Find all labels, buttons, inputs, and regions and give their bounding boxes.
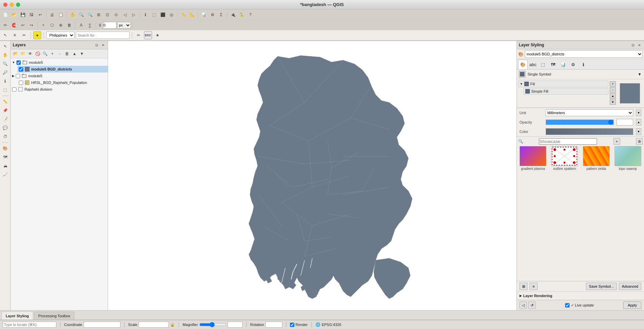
label-btn[interactable]: A xyxy=(77,21,85,29)
layers-down-btn[interactable]: ▼ xyxy=(79,50,85,57)
measure-btn[interactable]: 📏 xyxy=(179,11,187,19)
layer-hrsl[interactable]: R HRSL_BGD_Rajshahi_Population xyxy=(17,79,108,86)
relief-tool[interactable]: ⛰ xyxy=(1,162,9,170)
pan-tool[interactable]: ✋ xyxy=(1,51,9,59)
rotation-input[interactable]: 0,0 ° xyxy=(265,322,282,328)
unit-value-select[interactable]: Millimeters Pixels Points xyxy=(546,109,633,116)
layer-group-module5-checkbox[interactable] xyxy=(16,60,21,65)
field-calc-btn[interactable]: ∑ xyxy=(86,21,94,29)
apply-btn[interactable]: Apply xyxy=(623,301,641,309)
tab-diagram[interactable]: 📊 xyxy=(558,60,568,69)
select3-btn[interactable]: ◎ xyxy=(167,11,176,19)
print2-btn[interactable]: 📋 xyxy=(57,11,65,19)
opacity-slider[interactable] xyxy=(546,120,614,125)
close-button[interactable] xyxy=(3,3,7,7)
bgd-districts-checkbox[interactable] xyxy=(19,67,23,72)
location-search-input[interactable] xyxy=(76,32,130,39)
unit-dropdown-btn[interactable]: ▼ xyxy=(636,109,641,116)
measure-tool[interactable]: 📏 xyxy=(1,98,9,106)
layer-group-module5-2[interactable]: ▶ module5 xyxy=(11,73,108,79)
save-as-btn[interactable]: 🖫 xyxy=(28,11,36,19)
star-btn[interactable]: ★ xyxy=(153,31,161,39)
print-btn[interactable]: 🖨 xyxy=(48,11,56,19)
fill-remove-btn[interactable]: - xyxy=(610,87,616,93)
color-dropdown-btn[interactable]: ▼ xyxy=(636,128,641,135)
layer-group-module5[interactable]: ▼ module5 xyxy=(11,59,108,66)
layers-group-btn[interactable]: 📁 xyxy=(19,50,26,57)
tab-rendering[interactable]: ⚙ xyxy=(568,60,578,69)
zoom-in-btn[interactable]: 🔍 xyxy=(77,11,85,19)
undo-btn[interactable]: ↩ xyxy=(19,21,27,29)
help-btn[interactable]: ? xyxy=(246,11,254,19)
live-update-checkbox[interactable] xyxy=(565,303,569,308)
style-tool[interactable]: 🎨 xyxy=(1,144,9,152)
size-input[interactable] xyxy=(103,22,116,29)
profile-tool[interactable]: 📈 xyxy=(1,171,9,179)
zoom-next-btn[interactable]: ▷ xyxy=(130,11,138,19)
layers-resize-btn[interactable]: ⊡ xyxy=(94,42,99,48)
tab-metadata[interactable]: ℹ xyxy=(579,60,588,69)
action-refresh-btn[interactable]: ↺ xyxy=(528,301,536,309)
layers-show-all-btn[interactable]: 👁 xyxy=(27,50,34,57)
select-rect-tool[interactable]: ⬚ xyxy=(1,86,9,94)
layers-filter-btn[interactable]: 🔍 xyxy=(42,50,48,57)
layers-hide-all-btn[interactable]: 🚫 xyxy=(34,50,41,57)
move-btn[interactable]: ⊕ xyxy=(57,21,65,29)
window-controls[interactable] xyxy=(3,3,20,7)
edit-btn[interactable]: ✏ xyxy=(1,21,9,29)
tab-label[interactable]: abc xyxy=(528,60,538,69)
unit-select[interactable]: px mm xyxy=(117,22,131,29)
fill-row[interactable]: ▼ Fill xyxy=(518,81,608,87)
layer-bgd-districts[interactable]: module5 BGD_districts xyxy=(17,66,108,73)
python-btn[interactable]: 🐍 xyxy=(238,11,246,19)
identify-tool[interactable]: ℹ xyxy=(1,77,9,85)
digitize2-btn[interactable]: ✏ xyxy=(135,31,143,39)
styling-close-btn[interactable]: ✕ xyxy=(637,42,642,48)
showcase-item-gradient-plasma[interactable]: gradient plasma xyxy=(518,146,548,171)
highlight-btn[interactable]: ● xyxy=(33,31,41,39)
pan-btn[interactable]: ✋ xyxy=(68,11,77,19)
zoom-out-tool[interactable]: 🔎 xyxy=(1,68,9,77)
save-symbol-btn[interactable]: Save Symbol... xyxy=(586,283,617,290)
expand-icon-2[interactable]: ▶ xyxy=(12,74,14,78)
delete-btn[interactable]: 🗑 xyxy=(65,21,73,29)
zoom-in-tool[interactable]: 🔍 xyxy=(1,60,9,68)
zoom-out-btn[interactable]: 🔍 xyxy=(86,11,94,19)
locate-input[interactable] xyxy=(3,322,56,328)
expand-icon[interactable]: ▼ xyxy=(12,61,15,64)
measure2-btn[interactable]: 📐 xyxy=(188,11,196,19)
showcase-settings-btn[interactable]: ⚙ xyxy=(636,138,643,145)
rajshahi-checkbox[interactable] xyxy=(12,87,16,92)
zoom-full-btn[interactable]: ⊞ xyxy=(95,11,103,19)
open-table-btn[interactable]: 📊 xyxy=(200,11,208,19)
fill-up-btn[interactable]: ▲ xyxy=(610,93,616,99)
location-select[interactable]: Philippines xyxy=(46,32,75,39)
minimize-button[interactable] xyxy=(10,3,14,7)
select-tool[interactable]: ↖ xyxy=(1,42,9,50)
showcase-item-outline-xpattern[interactable]: outline xpattern xyxy=(550,146,579,171)
tab-layer-styling[interactable]: Layer Styling xyxy=(1,312,33,320)
showcase-search-input[interactable] xyxy=(539,138,597,145)
redo-btn[interactable]: ↪ xyxy=(28,21,36,29)
identify-btn[interactable]: ℹ xyxy=(141,11,149,19)
layers-collapse-btn[interactable]: - xyxy=(56,50,63,57)
temporal-tool[interactable]: ⏱ xyxy=(1,133,9,141)
simple-fill-row[interactable]: Simple Fill xyxy=(524,88,608,95)
add-feature-btn[interactable]: + xyxy=(39,21,47,29)
fill-add-btn[interactable]: + xyxy=(610,81,616,87)
select2-btn[interactable]: ⬛ xyxy=(159,11,167,19)
layers-remove-btn[interactable]: 🗑 xyxy=(64,50,70,57)
pointer-btn[interactable]: ↖ xyxy=(1,31,9,39)
styling-detach-btn[interactable]: ⊡ xyxy=(630,42,636,48)
symbol-type-dropdown[interactable]: ▼ xyxy=(637,72,642,77)
styling-layer-select[interactable]: module5 BGD_districts xyxy=(525,50,643,58)
stats-btn[interactable]: Σ xyxy=(217,11,225,19)
fill-expand-icon[interactable]: ▼ xyxy=(520,82,523,86)
zoom-layer-btn[interactable]: ⊡ xyxy=(103,11,111,19)
magnifier-slider[interactable] xyxy=(199,322,226,327)
3d-tool[interactable]: 🗺 xyxy=(1,153,9,161)
color-swatch[interactable] xyxy=(546,128,633,135)
showcase-item-topo-swamp[interactable]: topo swamp xyxy=(613,146,643,171)
open-project-btn[interactable]: 📂 xyxy=(10,11,18,19)
plugins-btn[interactable]: 🔌 xyxy=(229,11,237,19)
